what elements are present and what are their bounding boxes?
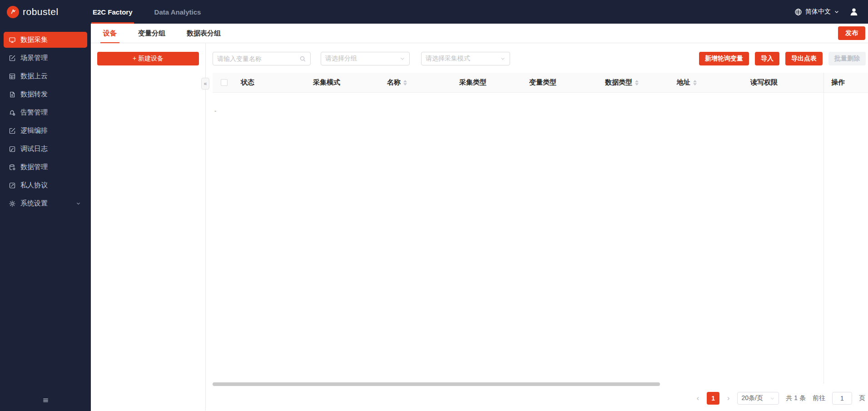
robustel-logo-icon (7, 6, 19, 18)
tab-device[interactable]: 设备 (103, 24, 117, 43)
sort-icon[interactable] (635, 80, 639, 85)
sidebar-item-data-forwarding[interactable]: 数据转发 (4, 86, 87, 102)
group-select[interactable]: 请选择分组 (321, 52, 410, 65)
sidebar-item-label: 逻辑编排 (20, 126, 48, 135)
variable-panel: 请选择分组 请选择采集模式 新增轮询变量 导入 导出点表 批量删除 (206, 43, 868, 411)
panel-collapse-toggle[interactable]: « (201, 78, 209, 90)
tab-label: 数据表分组 (187, 29, 221, 38)
goto-page-input[interactable] (832, 392, 852, 405)
tab-bar: 设备 变量分组 数据表分组 发布 (91, 24, 868, 43)
column-label: 地址 (677, 78, 690, 87)
column-header-address: 地址 (677, 78, 750, 87)
tab-label: 变量分组 (138, 29, 165, 38)
tab-label: 设备 (103, 29, 117, 38)
next-page-button[interactable]: › (726, 394, 730, 402)
new-device-button[interactable]: + 新建设备 (97, 52, 199, 65)
chevron-down-icon (770, 396, 775, 401)
sidebar-item-data-collection[interactable]: 数据采集 (4, 32, 87, 48)
sidebar-footer (0, 392, 91, 408)
log-book-icon (9, 145, 16, 153)
column-header-operation: 操作 (823, 73, 868, 92)
sidebar-item-data-to-cloud[interactable]: 数据上云 (4, 68, 87, 84)
column-label: 数据类型 (605, 78, 632, 87)
language-selector[interactable]: 简体中文 (805, 8, 831, 16)
sidebar-item-data-management[interactable]: 数据管理 (4, 159, 87, 175)
export-point-table-button[interactable]: 导出点表 (785, 52, 823, 65)
sidebar-item-logic-orchestration[interactable]: 逻辑编排 (4, 123, 87, 139)
publish-button[interactable]: 发布 (838, 26, 865, 40)
column-header-collect-mode: 采集模式 (313, 78, 387, 87)
double-chevron-left-icon: « (204, 80, 207, 87)
search-input[interactable] (217, 55, 299, 62)
user-avatar-icon[interactable] (849, 7, 859, 17)
add-polling-variable-button[interactable]: 新增轮询变量 (699, 52, 749, 65)
topnav-label: Data Analytics (154, 8, 201, 16)
column-label: 名称 (387, 78, 401, 87)
main-content: 设备 变量分组 数据表分组 发布 + 新建设备 « (91, 24, 868, 411)
topnav-label: E2C Factory (93, 8, 133, 16)
topnav-e2c-factory[interactable]: E2C Factory (93, 0, 133, 24)
topbar: robustel E2C Factory Data Analytics 简体中文 (0, 0, 868, 24)
brand: robustel (0, 6, 91, 18)
table-actions: 新增轮询变量 导入 导出点表 批量删除 (699, 52, 866, 65)
sidebar-item-label: 数据管理 (20, 163, 48, 171)
sidebar-item-alarm-management[interactable]: 告警管理 (4, 105, 87, 120)
search-icon[interactable] (299, 55, 306, 62)
alarm-bell-icon (9, 109, 16, 116)
sidebar-collapse-icon[interactable] (42, 397, 49, 404)
page-number-button[interactable]: 1 (707, 392, 719, 405)
sidebar-item-label: 调试日志 (20, 145, 48, 153)
sidebar-item-system-settings[interactable]: 系统设置 (4, 195, 87, 211)
chevron-down-icon (76, 201, 81, 206)
sidebar-item-label: 系统设置 (20, 199, 48, 208)
top-nav: E2C Factory Data Analytics (93, 0, 201, 24)
sort-icon[interactable] (693, 80, 697, 85)
prev-page-button[interactable]: ‹ (696, 394, 700, 402)
new-device-label: 新建设备 (138, 55, 164, 62)
goto-label: 前往 (813, 394, 825, 402)
brand-name: robustel (23, 6, 59, 17)
grid-icon (9, 73, 16, 80)
import-button[interactable]: 导入 (755, 52, 779, 65)
total-count-label: 共 1 条 (786, 394, 806, 402)
chevron-down-icon (500, 56, 506, 61)
column-label: 变量类型 (529, 78, 556, 87)
table-header: 状态 采集模式 名称 采集类型 变量类型 (213, 73, 868, 93)
batch-delete-button: 批量删除 (828, 52, 866, 65)
horizontal-scrollbar[interactable] (213, 382, 660, 386)
filter-row: 请选择分组 请选择采集模式 新增轮询变量 导入 导出点表 批量删除 (213, 52, 868, 65)
sort-icon[interactable] (403, 80, 407, 85)
column-label: 读写权限 (750, 78, 778, 87)
column-label: 采集模式 (313, 78, 340, 87)
sidebar-item-label: 私人协议 (20, 181, 48, 190)
select-placeholder: 请选择采集模式 (426, 55, 470, 63)
page-size-select[interactable]: 20条/页 (737, 392, 779, 405)
sidebar-item-private-protocol[interactable]: 私人协议 (4, 177, 87, 193)
sidebar-menu: 数据采集 场景管理 数据上云 数据转发 告警管理 (0, 24, 91, 211)
sidebar-item-scene-management[interactable]: 场景管理 (4, 50, 87, 66)
sidebar-item-label: 场景管理 (20, 54, 48, 62)
tab-variable-group[interactable]: 变量分组 (138, 24, 165, 43)
topnav-data-analytics[interactable]: Data Analytics (154, 0, 201, 24)
tab-datatable-group[interactable]: 数据表分组 (187, 24, 221, 43)
protocol-book-icon (9, 182, 16, 189)
fixed-column-divider (823, 93, 824, 384)
column-header-collect-type: 采集类型 (459, 78, 529, 87)
column-header-name: 名称 (387, 78, 459, 87)
column-label: 状态 (241, 78, 254, 87)
device-tree-panel: + 新建设备 « (91, 43, 206, 411)
select-placeholder: 请选择分组 (325, 55, 357, 63)
header-checkbox-cell (213, 79, 241, 86)
pagination: ‹ 1 › 20条/页 共 1 条 前往 页 (213, 391, 868, 405)
column-header-variable-type: 变量类型 (529, 78, 605, 87)
chevron-down-icon[interactable] (834, 9, 839, 15)
collect-mode-select[interactable]: 请选择采集模式 (421, 52, 510, 65)
select-all-checkbox[interactable] (221, 79, 228, 86)
column-header-rw-permission: 读写权限 (750, 78, 823, 87)
file-icon (9, 91, 16, 98)
gear-icon (9, 200, 16, 207)
sidebar-item-debug-log[interactable]: 调试日志 (4, 141, 87, 157)
edit-square-icon (9, 55, 16, 62)
database-icon (9, 164, 16, 171)
column-label: 操作 (831, 78, 845, 87)
